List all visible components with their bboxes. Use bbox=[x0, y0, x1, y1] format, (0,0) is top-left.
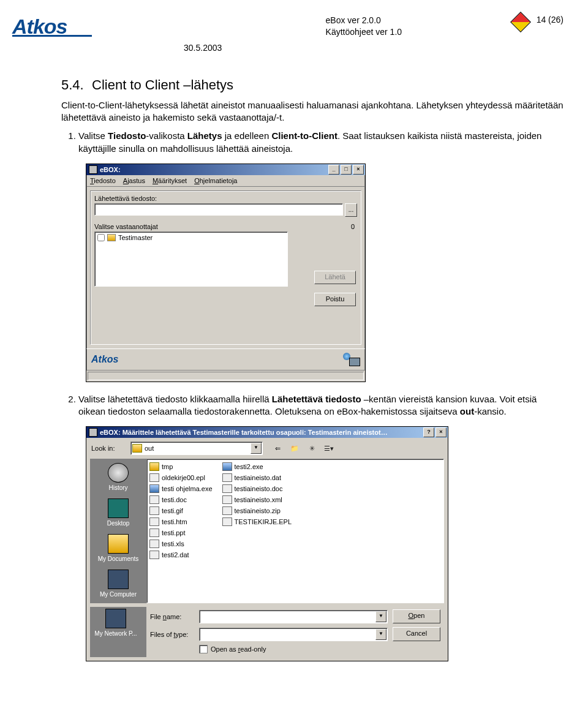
file-item[interactable]: testi ohjelma.exe bbox=[149, 484, 213, 494]
file-item[interactable]: oldekirje00.epl bbox=[149, 473, 213, 483]
lookin-combo[interactable]: out ▼ bbox=[130, 442, 263, 455]
file-icon bbox=[222, 462, 232, 471]
close-button[interactable]: × bbox=[435, 427, 447, 437]
readonly-checkbox[interactable] bbox=[199, 645, 208, 653]
lookin-row: Look in: out ▼ ⇐ 📁 ✳ ☰▾ bbox=[90, 442, 444, 455]
file-icon bbox=[222, 517, 232, 526]
file-input[interactable] bbox=[94, 203, 343, 216]
filetype-label: Files of type: bbox=[150, 631, 194, 638]
file-icon bbox=[149, 551, 159, 559]
network-icon bbox=[343, 353, 360, 366]
filename-input[interactable]: ▼ bbox=[199, 610, 388, 623]
new-folder-icon[interactable]: ✳ bbox=[304, 442, 319, 455]
chevron-down-icon[interactable]: ▼ bbox=[375, 611, 386, 622]
recipients-count: 0 bbox=[351, 223, 355, 230]
exit-button[interactable]: Poistu bbox=[314, 293, 356, 306]
menu-ajastus[interactable]: Ajastus bbox=[123, 177, 145, 184]
app-icon bbox=[89, 428, 97, 437]
file-item[interactable]: testiaineisto.doc bbox=[222, 484, 292, 494]
titlebar: eBOX: _ □ × bbox=[86, 164, 365, 175]
file-icon bbox=[222, 495, 232, 504]
lookin-label: Look in: bbox=[90, 445, 127, 452]
recipients-label: Valitse vastaanottajat bbox=[94, 223, 158, 230]
file-icon bbox=[149, 484, 159, 493]
minimize-button[interactable]: _ bbox=[328, 165, 339, 175]
chevron-down-icon[interactable]: ▼ bbox=[375, 629, 386, 640]
send-button[interactable]: Lähetä bbox=[314, 271, 356, 284]
statusbar bbox=[86, 370, 365, 382]
file-icon bbox=[149, 506, 159, 515]
place-history[interactable]: History bbox=[92, 461, 144, 494]
page-number: 14 (26) bbox=[537, 15, 564, 24]
menu-maaritykset[interactable]: Määritykset bbox=[153, 177, 187, 184]
doc-date: 30.5.2003 bbox=[184, 43, 564, 53]
file-item[interactable]: testiaineisto.dat bbox=[222, 473, 292, 483]
section-title: 5.4.Client to Client –lähetys bbox=[61, 77, 564, 93]
file-item[interactable]: testi.doc bbox=[149, 495, 213, 505]
file-item[interactable]: testi2.dat bbox=[149, 550, 213, 560]
file-icon bbox=[149, 529, 159, 537]
file-item[interactable]: testi.xls bbox=[149, 539, 213, 549]
dlg-toolbar: ⇐ 📁 ✳ ☰▾ bbox=[270, 442, 336, 455]
recipients-list[interactable]: Testimaster bbox=[94, 231, 288, 287]
readonly-label: Open as read-only bbox=[211, 645, 266, 653]
help-button[interactable]: ? bbox=[423, 427, 434, 437]
file-item[interactable]: tmp bbox=[149, 462, 213, 472]
file-icon bbox=[149, 495, 159, 504]
intro-paragraph: Client-to-Client-lähetyksessä lähetät ai… bbox=[61, 99, 564, 124]
file-icon bbox=[149, 473, 159, 482]
cancel-button[interactable]: Cancel bbox=[393, 627, 440, 641]
file-item[interactable]: testiaineisto.zip bbox=[222, 506, 292, 516]
window-title: eBOX: bbox=[100, 166, 121, 173]
logo: Atkos bbox=[12, 15, 92, 37]
browse-button[interactable]: ... bbox=[345, 203, 357, 217]
filetype-combo[interactable]: ▼ bbox=[199, 628, 388, 641]
open-button[interactable]: Open bbox=[393, 609, 440, 623]
file-item[interactable]: testi.ppt bbox=[149, 528, 213, 538]
filename-label: File name: bbox=[150, 613, 194, 620]
file-label: Lähetettävä tiedosto: bbox=[94, 195, 357, 202]
place-mynet[interactable]: My Network P... bbox=[90, 607, 141, 640]
folder-icon bbox=[132, 444, 142, 453]
step-2: Valitse lähetettävä tiedosto klikkaamall… bbox=[78, 393, 564, 418]
places-bar: History Desktop My Documents My Computer bbox=[90, 459, 146, 603]
steps-list: Valitse Tiedosto-valikosta Lähetys ja ed… bbox=[61, 130, 564, 155]
views-icon[interactable]: ☰▾ bbox=[322, 442, 336, 455]
steps-list-2: Valitse lähetettävä tiedosto klikkaamall… bbox=[61, 393, 564, 418]
file-icon bbox=[222, 473, 232, 482]
file-item[interactable]: testi2.exe bbox=[222, 462, 292, 472]
menu-tiedosto[interactable]: Tiedosto bbox=[90, 177, 116, 184]
place-mydocs[interactable]: My Documents bbox=[92, 532, 144, 565]
file-item[interactable]: testi.gif bbox=[149, 506, 213, 516]
back-icon[interactable]: ⇐ bbox=[270, 442, 285, 455]
maximize-button[interactable]: □ bbox=[341, 165, 352, 175]
up-icon[interactable]: 📁 bbox=[287, 442, 302, 455]
file-icon bbox=[222, 484, 232, 493]
doc-header: Atkos eBox ver 2.0.0 Käyttöohjeet ver 1.… bbox=[12, 15, 564, 38]
brand-text: Atkos bbox=[91, 354, 118, 365]
file-item[interactable]: TESTIEKIRJE.EPL bbox=[222, 517, 292, 527]
file-item[interactable]: testi.htm bbox=[149, 517, 213, 527]
place-desktop[interactable]: Desktop bbox=[92, 497, 144, 530]
dlg2-title: eBOX: Määrittele lähetettävä Testimaster… bbox=[100, 429, 388, 436]
file-item[interactable]: testiaineisto.xml bbox=[222, 495, 292, 505]
branding-bar: Atkos bbox=[86, 348, 365, 370]
file-icon bbox=[149, 517, 159, 526]
doc-title: eBox ver 2.0.0 Käyttöohjeet ver 1.0 bbox=[326, 15, 402, 38]
file-list[interactable]: tmpoldekirje00.epltesti ohjelma.exetesti… bbox=[146, 459, 444, 603]
list-item[interactable]: Testimaster bbox=[96, 233, 286, 242]
place-mycomp[interactable]: My Computer bbox=[92, 568, 144, 601]
ebox-dialog: eBOX: _ □ × Tiedosto Ajastus Määritykset… bbox=[86, 164, 366, 382]
menu-ohjelmatietoja[interactable]: Ohjelmatietoja bbox=[194, 177, 237, 184]
main-panel: Lähetettävä tiedosto: ... Valitse vastaa… bbox=[90, 190, 361, 345]
dlg2-titlebar: eBOX: Määrittele lähetettävä Testimaster… bbox=[86, 427, 448, 438]
step-1: Valitse Tiedosto-valikosta Lähetys ja ed… bbox=[78, 130, 564, 155]
file-icon bbox=[149, 540, 159, 548]
list-item-checkbox[interactable] bbox=[97, 234, 105, 241]
close-button[interactable]: × bbox=[353, 165, 364, 175]
file-icon bbox=[222, 506, 232, 515]
cube-icon bbox=[510, 12, 531, 32]
chevron-down-icon[interactable]: ▼ bbox=[251, 443, 262, 454]
folder-icon bbox=[149, 462, 159, 471]
file-open-dialog: eBOX: Määrittele lähetettävä Testimaster… bbox=[86, 426, 448, 661]
